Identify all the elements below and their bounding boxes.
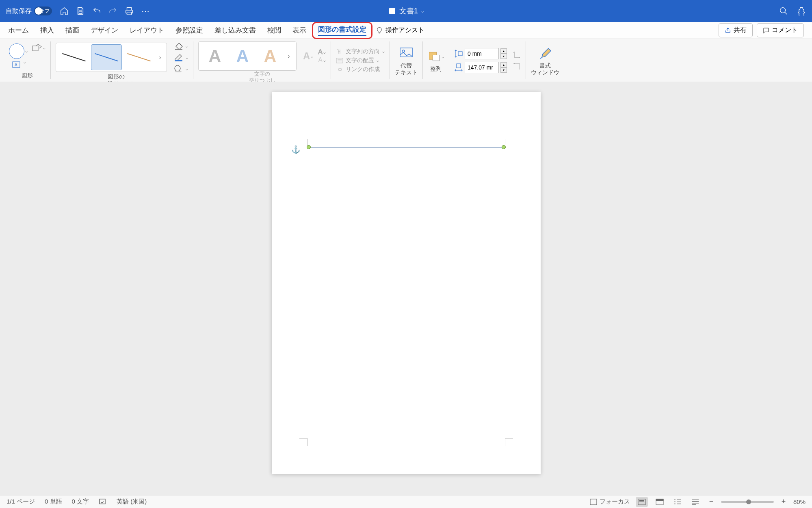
- gallery-more-button[interactable]: ›: [284, 53, 294, 59]
- text-effects-button[interactable]: A⌵: [318, 56, 326, 64]
- undo-icon[interactable]: [92, 6, 102, 16]
- tab-references[interactable]: 参照設定: [170, 22, 209, 39]
- svg-rect-4: [32, 46, 38, 51]
- svg-rect-9: [336, 58, 343, 63]
- draw-textbox-button[interactable]: A: [11, 60, 23, 70]
- tab-home[interactable]: ホーム: [2, 22, 35, 39]
- alt-text-button[interactable]: 代替 テキスト: [395, 45, 418, 76]
- crop-bottom-icon[interactable]: [513, 62, 521, 70]
- tab-shape-format-highlighted[interactable]: 図形の書式設定: [312, 22, 372, 39]
- shape-fill-button[interactable]: ⌵: [173, 41, 188, 50]
- view-print-layout[interactable]: [636, 497, 648, 507]
- wordart-gallery[interactable]: A A A ›: [198, 41, 297, 71]
- autosave-state: オフ: [40, 8, 50, 15]
- svg-rect-5: [175, 49, 182, 50]
- wordart-style-3[interactable]: A: [256, 44, 284, 68]
- redo-icon[interactable]: [108, 6, 118, 16]
- tab-mailings[interactable]: 差し込み文書: [209, 22, 262, 39]
- style-item-3[interactable]: [123, 44, 154, 70]
- edit-shape-icon[interactable]: [32, 43, 42, 52]
- tab-shape-format[interactable]: 図形の書式設定: [318, 25, 366, 34]
- svg-rect-14: [458, 52, 462, 56]
- language[interactable]: 英語 (米国): [117, 498, 147, 506]
- spin-up[interactable]: ▴: [500, 62, 507, 67]
- share-button[interactable]: 共有: [719, 23, 753, 37]
- page-count[interactable]: 1/1 ページ: [6, 498, 35, 506]
- word-count[interactable]: 0 単語: [45, 498, 62, 506]
- spellcheck-icon[interactable]: [99, 498, 107, 506]
- tab-layout[interactable]: レイアウト: [124, 22, 170, 39]
- tab-review[interactable]: 校閲: [262, 22, 287, 39]
- crop-top-icon[interactable]: [513, 51, 521, 59]
- text-fill-button[interactable]: A ⌵: [303, 50, 313, 62]
- document-title[interactable]: 文書1 ⌵: [388, 6, 424, 16]
- search-icon[interactable]: [779, 6, 788, 16]
- focus-icon: [590, 499, 597, 505]
- resize-handle-right[interactable]: [502, 145, 506, 149]
- arrange-icon: [428, 50, 441, 63]
- comment-button[interactable]: コメント: [757, 23, 804, 37]
- shape-outline-button[interactable]: ⌵: [173, 53, 188, 62]
- svg-rect-0: [389, 8, 395, 14]
- page[interactable]: ⚓: [272, 92, 541, 474]
- shape-effects-button[interactable]: ⌵: [173, 64, 188, 73]
- spin-down[interactable]: ▾: [500, 67, 507, 73]
- view-outline[interactable]: [671, 497, 684, 507]
- style-item-1[interactable]: [58, 44, 89, 70]
- chevron-down-icon[interactable]: ⌵: [311, 54, 313, 59]
- print-icon[interactable]: [124, 6, 134, 16]
- status-bar: 1/1 ページ 0 単語 0 文字 英語 (米国) フォーカス − + 80%: [0, 495, 812, 508]
- gallery-more-button[interactable]: ›: [155, 54, 165, 61]
- style-item-2-selected[interactable]: [91, 44, 122, 70]
- height-icon: [454, 49, 463, 58]
- chevron-down-icon[interactable]: ⌵: [186, 44, 188, 48]
- format-pane-button[interactable]: 書式 ウィンドウ: [531, 45, 559, 76]
- line-shape[interactable]: [308, 147, 504, 148]
- tab-design[interactable]: デザイン: [85, 22, 124, 39]
- tab-insert[interactable]: 挿入: [35, 22, 60, 39]
- document-canvas[interactable]: ⚓: [0, 82, 812, 495]
- zoom-out-button[interactable]: −: [707, 497, 715, 506]
- text-align-button[interactable]: 文字の配置 ⌵: [336, 57, 385, 64]
- more-icon[interactable]: ⋯: [141, 6, 150, 16]
- text-direction-button[interactable]: 文字列の方向 ⌵: [336, 48, 385, 55]
- autosave-control[interactable]: 自動保存 オフ: [6, 7, 52, 15]
- view-web-layout[interactable]: [654, 497, 666, 507]
- zoom-level[interactable]: 80%: [793, 498, 806, 505]
- anchor-icon[interactable]: ⚓: [291, 145, 300, 154]
- chevron-down-icon[interactable]: ⌵: [24, 60, 26, 70]
- home-icon[interactable]: [59, 6, 69, 16]
- text-outline-button[interactable]: A⌵: [318, 48, 326, 56]
- ribbon-group-arrange: ⌵ 整列: [423, 41, 449, 79]
- arrange-button[interactable]: ⌵ 整列: [428, 48, 444, 72]
- spin-down[interactable]: ▾: [500, 54, 507, 59]
- tab-draw[interactable]: 描画: [60, 22, 85, 39]
- resize-handle-left[interactable]: [307, 145, 311, 149]
- create-link-button[interactable]: リンクの作成: [336, 66, 385, 73]
- chevron-down-icon[interactable]: ⌵: [186, 55, 188, 60]
- spin-up[interactable]: ▴: [500, 48, 507, 54]
- focus-mode[interactable]: フォーカス: [590, 498, 630, 506]
- margin-marker: [505, 139, 513, 147]
- view-draft[interactable]: [689, 497, 702, 507]
- zoom-in-button[interactable]: +: [780, 497, 788, 506]
- char-count[interactable]: 0 文字: [72, 498, 89, 506]
- chevron-down-icon[interactable]: ⌵: [25, 49, 28, 53]
- insert-shape-button[interactable]: [9, 43, 24, 59]
- tell-me-assist[interactable]: 操作アシスト: [376, 26, 424, 35]
- ribbon-group-shape-styles: › ⌵ ⌵ ⌵ 図形の 塗りつぶし: [51, 41, 193, 79]
- wordart-style-2[interactable]: A: [229, 44, 256, 68]
- save-icon[interactable]: [76, 6, 85, 16]
- text-align-icon: [336, 58, 343, 63]
- wordart-style-1[interactable]: A: [201, 44, 229, 68]
- shape-style-gallery[interactable]: ›: [56, 43, 167, 72]
- height-input[interactable]: [465, 48, 499, 59]
- zoom-slider[interactable]: [721, 501, 774, 503]
- tab-view[interactable]: 表示: [287, 22, 312, 39]
- autosave-toggle[interactable]: オフ: [34, 7, 52, 15]
- chevron-down-icon[interactable]: ⌵: [186, 67, 188, 71]
- width-input[interactable]: [465, 62, 499, 73]
- ribbon-options-icon[interactable]: [797, 6, 806, 16]
- zoom-thumb[interactable]: [746, 499, 751, 504]
- chevron-down-icon[interactable]: ⌵: [43, 46, 45, 50]
